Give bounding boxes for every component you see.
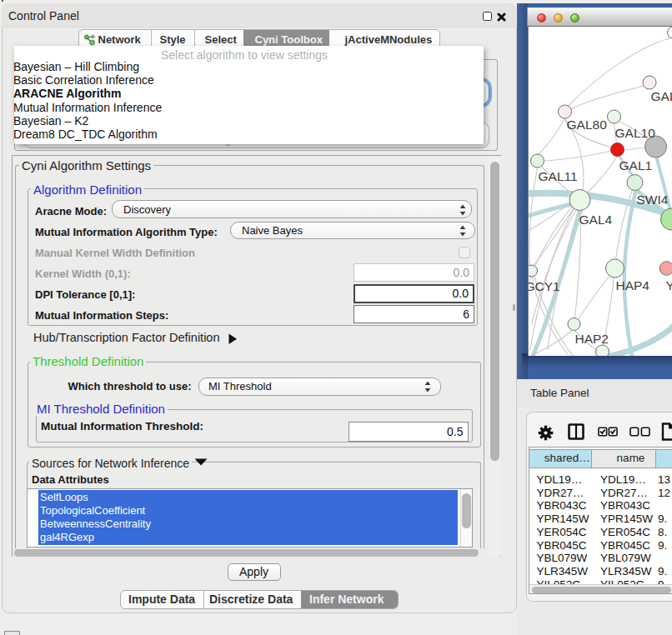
svg-text:GAL2: GAL2 [650, 89, 672, 103]
svg-text:GCY1: GCY1 [529, 279, 560, 293]
svg-text:Y: Y [665, 278, 672, 292]
svg-text:HAP4: HAP4 [615, 278, 649, 292]
svg-text:GAL80: GAL80 [566, 118, 607, 132]
svg-text:HAP2: HAP2 [574, 332, 609, 346]
svg-text:GAL1: GAL1 [619, 158, 652, 172]
svg-text:GAL4: GAL4 [579, 212, 612, 227]
svg-text:GAL11: GAL11 [538, 169, 577, 183]
svg-text:GAL10: GAL10 [614, 126, 655, 140]
svg-text:SWI4: SWI4 [636, 192, 668, 207]
